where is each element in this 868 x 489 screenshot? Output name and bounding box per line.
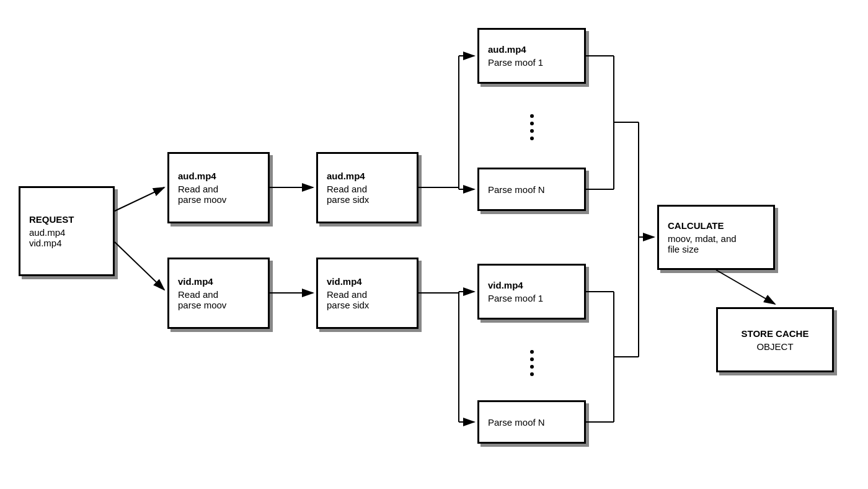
- calculate-line2: file size: [668, 244, 699, 254]
- calculate-title: CALCULATE: [668, 220, 724, 231]
- svg-line-23: [716, 270, 775, 304]
- aud-moof1-title: aud.mp4: [488, 44, 526, 55]
- vid-moov-title: vid.mp4: [178, 276, 213, 287]
- calculate-line1: moov, mdat, and: [668, 233, 737, 244]
- request-line2: vid.mp4: [29, 238, 62, 248]
- request-title: REQUEST: [29, 214, 74, 225]
- aud-moov-line2: parse moov: [178, 194, 226, 205]
- request-line1: aud.mp4: [29, 227, 65, 238]
- vid-moofN-line1: Parse moof N: [488, 417, 545, 428]
- dot3: [530, 129, 534, 133]
- request-box: REQUEST aud.mp4 vid.mp4: [19, 186, 115, 276]
- vid-moov-line2: parse moov: [178, 300, 226, 310]
- store-cache-line1: OBJECT: [756, 341, 793, 352]
- vid-moov-box: vid.mp4 Read and parse moov: [167, 258, 270, 329]
- vid-sidx-box: vid.mp4 Read and parse sidx: [316, 258, 418, 329]
- store-cache-box: STORE CACHE OBJECT: [716, 307, 834, 372]
- svg-line-1: [115, 187, 164, 211]
- dot4: [530, 137, 534, 140]
- vid-moof1-line1: Parse moof 1: [488, 293, 543, 303]
- dot8: [530, 372, 534, 376]
- store-cache-title: STORE CACHE: [742, 328, 809, 339]
- aud-moov-line1: Read and: [178, 184, 218, 194]
- aud-sidx-box: aud.mp4 Read and parse sidx: [316, 152, 418, 223]
- dot1: [530, 114, 534, 118]
- svg-line-2: [115, 242, 164, 290]
- dot7: [530, 365, 534, 369]
- vid-moov-line1: Read and: [178, 289, 218, 300]
- aud-sidx-line1: Read and: [327, 184, 367, 194]
- aud-moofN-line1: Parse moof N: [488, 184, 545, 195]
- vid-moofN-box: Parse moof N: [477, 400, 586, 444]
- aud-dots: [526, 96, 538, 158]
- vid-sidx-line2: parse sidx: [327, 300, 369, 310]
- aud-moof1-line1: Parse moof 1: [488, 57, 543, 68]
- dot2: [530, 122, 534, 125]
- diagram-container: REQUEST aud.mp4 vid.mp4 aud.mp4 Read and…: [0, 0, 868, 489]
- calculate-box: CALCULATE moov, mdat, and file size: [657, 205, 775, 270]
- aud-sidx-line2: parse sidx: [327, 194, 369, 205]
- vid-sidx-title: vid.mp4: [327, 276, 362, 287]
- vid-moof1-title: vid.mp4: [488, 280, 523, 290]
- vid-dots: [526, 332, 538, 394]
- vid-moof1-box: vid.mp4 Parse moof 1: [477, 264, 586, 320]
- dot6: [530, 357, 534, 361]
- vid-sidx-line1: Read and: [327, 289, 367, 300]
- aud-sidx-title: aud.mp4: [327, 171, 365, 181]
- aud-moov-box: aud.mp4 Read and parse moov: [167, 152, 270, 223]
- aud-moofN-box: Parse moof N: [477, 168, 586, 211]
- dot5: [530, 350, 534, 354]
- aud-moov-title: aud.mp4: [178, 171, 216, 181]
- aud-moof1-box: aud.mp4 Parse moof 1: [477, 28, 586, 84]
